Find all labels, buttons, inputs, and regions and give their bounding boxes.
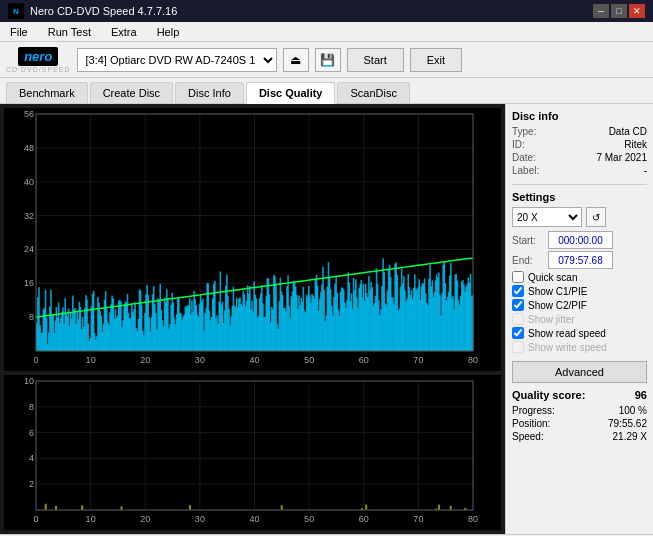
disc-label-value: - xyxy=(644,165,647,176)
maximize-button[interactable]: □ xyxy=(611,4,627,18)
lower-chart-canvas xyxy=(4,375,501,530)
quick-scan-row: Quick scan xyxy=(512,271,647,283)
speed-info-value: 21.29 X xyxy=(613,431,647,442)
show-read-speed-label: Show read speed xyxy=(528,328,606,339)
show-c1pie-checkbox[interactable] xyxy=(512,285,524,297)
disc-type-value: Data CD xyxy=(609,126,647,137)
title-bar-controls: ─ □ ✕ xyxy=(593,4,645,18)
speed-select[interactable]: 20 X 4 X 8 X 16 X Max xyxy=(512,207,582,227)
end-time-input[interactable] xyxy=(548,251,613,269)
quality-score-label: Quality score: xyxy=(512,389,585,401)
jitter-row: Show jitter xyxy=(512,313,647,325)
menu-file[interactable]: File xyxy=(4,24,34,40)
save-button[interactable]: 💾 xyxy=(315,48,341,72)
read-speed-row: Show read speed xyxy=(512,327,647,339)
disc-label-label: Label: xyxy=(512,165,539,176)
quality-section: Quality score: 96 Progress: 100 % Positi… xyxy=(512,389,647,442)
progress-row: Progress: 100 % xyxy=(512,405,647,416)
eject-button[interactable]: ⏏ xyxy=(283,48,309,72)
disc-info-title: Disc info xyxy=(512,110,647,122)
show-c2pif-checkbox[interactable] xyxy=(512,299,524,311)
quick-scan-label: Quick scan xyxy=(528,272,577,283)
refresh-button[interactable]: ↺ xyxy=(586,207,606,227)
lower-chart xyxy=(4,375,501,530)
disc-id-value: Ritek xyxy=(624,139,647,150)
end-time-label: End: xyxy=(512,255,544,266)
disc-date-value: 7 Mar 2021 xyxy=(596,152,647,163)
show-c1pie-label: Show C1/PIE xyxy=(528,286,587,297)
quick-scan-checkbox[interactable] xyxy=(512,271,524,283)
settings-title: Settings xyxy=(512,191,647,203)
tab-scan-disc[interactable]: ScanDisc xyxy=(337,82,409,103)
position-label: Position: xyxy=(512,418,550,429)
menu-extra[interactable]: Extra xyxy=(105,24,143,40)
exit-button[interactable]: Exit xyxy=(410,48,462,72)
show-jitter-checkbox[interactable] xyxy=(512,313,524,325)
disc-info-section: Disc info Type: Data CD ID: Ritek Date: … xyxy=(512,110,647,176)
minimize-button[interactable]: ─ xyxy=(593,4,609,18)
speed-row: 20 X 4 X 8 X 16 X Max ↺ xyxy=(512,207,647,227)
disc-date-row: Date: 7 Mar 2021 xyxy=(512,152,647,163)
app-title: Nero CD-DVD Speed 4.7.7.16 xyxy=(30,5,177,17)
settings-section: Settings 20 X 4 X 8 X 16 X Max ↺ Start: … xyxy=(512,191,647,353)
toolbar: nero CD·DVD/SPEED [3:4] Optiarc DVD RW A… xyxy=(0,42,653,78)
show-read-speed-checkbox[interactable] xyxy=(512,327,524,339)
upper-chart-canvas xyxy=(4,108,501,371)
nero-subtext: CD·DVD/SPEED xyxy=(6,66,71,73)
title-bar-left: N Nero CD-DVD Speed 4.7.7.16 xyxy=(8,3,177,19)
disc-id-label: ID: xyxy=(512,139,525,150)
menu-help[interactable]: Help xyxy=(151,24,186,40)
menu-bar: File Run Test Extra Help xyxy=(0,22,653,42)
tab-disc-info[interactable]: Disc Info xyxy=(175,82,244,103)
c1pie-row: Show C1/PIE xyxy=(512,285,647,297)
speed-info-label: Speed: xyxy=(512,431,544,442)
start-time-row: Start: xyxy=(512,231,647,249)
disc-type-row: Type: Data CD xyxy=(512,126,647,137)
nero-logo: nero xyxy=(18,47,58,66)
drive-select[interactable]: [3:4] Optiarc DVD RW AD-7240S 1.04 xyxy=(77,48,277,72)
upper-chart xyxy=(4,108,501,371)
c2pif-row: Show C2/PIF xyxy=(512,299,647,311)
quality-score-value: 96 xyxy=(635,389,647,401)
show-write-speed-checkbox[interactable] xyxy=(512,341,524,353)
close-button[interactable]: ✕ xyxy=(629,4,645,18)
show-jitter-label: Show jitter xyxy=(528,314,575,325)
start-time-input[interactable] xyxy=(548,231,613,249)
app-logo: N xyxy=(8,3,24,19)
disc-id-row: ID: Ritek xyxy=(512,139,647,150)
position-row: Position: 79:55.62 xyxy=(512,418,647,429)
tab-benchmark[interactable]: Benchmark xyxy=(6,82,88,103)
position-value: 79:55.62 xyxy=(608,418,647,429)
menu-run-test[interactable]: Run Test xyxy=(42,24,97,40)
disc-date-label: Date: xyxy=(512,152,536,163)
start-button[interactable]: Start xyxy=(347,48,404,72)
tab-create-disc[interactable]: Create Disc xyxy=(90,82,173,103)
tab-disc-quality[interactable]: Disc Quality xyxy=(246,82,336,104)
title-bar: N Nero CD-DVD Speed 4.7.7.16 ─ □ ✕ xyxy=(0,0,653,22)
show-write-speed-label: Show write speed xyxy=(528,342,607,353)
tabs-bar: Benchmark Create Disc Disc Info Disc Qua… xyxy=(0,78,653,104)
write-speed-row: Show write speed xyxy=(512,341,647,353)
disc-label-row: Label: - xyxy=(512,165,647,176)
right-panel: Disc info Type: Data CD ID: Ritek Date: … xyxy=(505,104,653,534)
progress-value: 100 % xyxy=(619,405,647,416)
end-time-row: End: xyxy=(512,251,647,269)
disc-type-label: Type: xyxy=(512,126,536,137)
advanced-button[interactable]: Advanced xyxy=(512,361,647,383)
chart-area xyxy=(0,104,505,534)
nero-logo-block: nero CD·DVD/SPEED xyxy=(6,47,71,73)
progress-label: Progress: xyxy=(512,405,555,416)
speed-info-row: Speed: 21.29 X xyxy=(512,431,647,442)
main-content: Disc info Type: Data CD ID: Ritek Date: … xyxy=(0,104,653,534)
show-c2pif-label: Show C2/PIF xyxy=(528,300,587,311)
start-time-label: Start: xyxy=(512,235,544,246)
quality-score-row: Quality score: 96 xyxy=(512,389,647,401)
